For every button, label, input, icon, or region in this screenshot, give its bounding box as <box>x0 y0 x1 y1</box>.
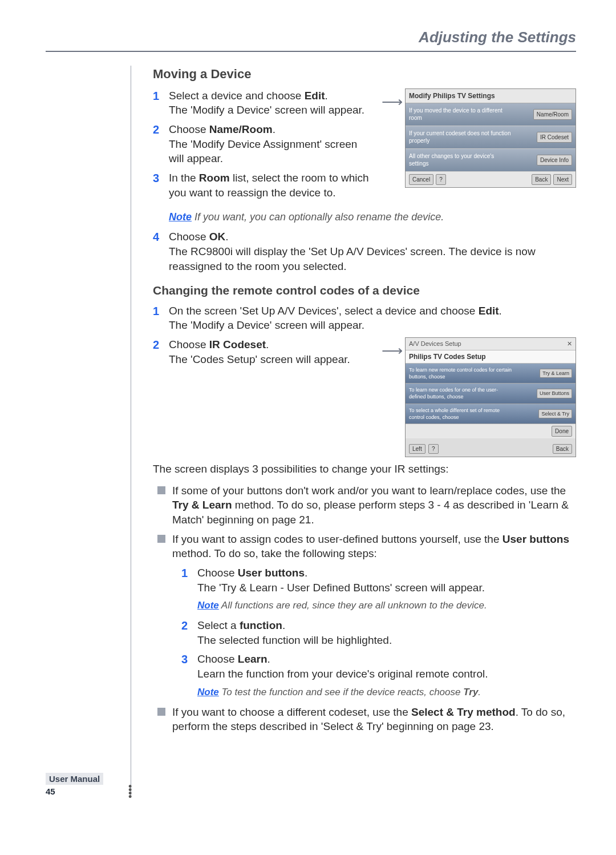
step-body: Choose Name/Room. The 'Modify Device Ass… <box>169 122 370 166</box>
back-button[interactable]: Back <box>532 174 551 185</box>
modify-settings-screenshot: Modify Philips TV Settings If you moved … <box>405 88 576 188</box>
step-body: In the Room list, select the room to whi… <box>169 171 370 200</box>
done-button[interactable]: Done <box>552 426 572 437</box>
ss2-header: A/V Devices Setup✕ <box>406 338 576 350</box>
step-body: On the screen 'Set Up A/V Devices', sele… <box>169 304 576 333</box>
user-buttons-button[interactable]: User Buttons <box>537 389 572 398</box>
step-body: Choose OK. The RC9800i will display the … <box>169 229 576 273</box>
bullet-item: If you want to choose a different codese… <box>157 705 576 734</box>
ss-row: If your current codeset does not functio… <box>406 126 576 149</box>
decorative-dots: •••• <box>128 785 131 798</box>
arrow-icon: ⟶ <box>382 92 403 112</box>
select-try-button[interactable]: Select & Try <box>538 409 572 418</box>
device-info-button[interactable]: Device Info <box>537 155 572 166</box>
step-number: 4 <box>153 229 169 273</box>
help-button[interactable]: ? <box>428 444 439 454</box>
intro-para: The screen displays 3 possibilities to c… <box>153 462 576 477</box>
step-number: 2 <box>153 337 169 366</box>
bullet-item: If you want to assign codes to user-defi… <box>157 532 576 561</box>
square-bullet-icon <box>157 708 165 716</box>
step-body: Select a device and choose Edit. The 'Mo… <box>169 88 370 118</box>
left-button[interactable]: Left <box>409 444 425 454</box>
step-body: Choose IR Codeset. The 'Codes Setup' scr… <box>169 337 370 366</box>
square-bullet-icon <box>157 486 165 494</box>
moving-device-title: Moving a Device <box>153 66 576 83</box>
square-bullet-icon <box>157 535 165 543</box>
back-button[interactable]: Back <box>553 444 572 454</box>
next-button[interactable]: Next <box>553 174 572 185</box>
codes-setup-screenshot: A/V Devices Setup✕ Philips TV Codes Setu… <box>405 337 576 457</box>
name-room-button[interactable]: Name/Room <box>533 109 572 120</box>
changing-codes-title: Changing the remote control codes of a d… <box>153 283 576 299</box>
step-number: 1 <box>153 88 169 118</box>
step-body: Select a function. The selected function… <box>197 618 576 647</box>
step-number: 3 <box>153 171 169 200</box>
step-number: 1 <box>153 304 169 333</box>
note-line: Note To test the function and see if the… <box>197 686 576 699</box>
ir-codeset-button[interactable]: IR Codeset <box>537 132 572 143</box>
ss-row: If you moved the device to a different r… <box>406 103 576 126</box>
step-number: 1 <box>181 566 197 595</box>
arrow-icon: ⟶ <box>382 341 403 361</box>
manual-label: User Manual <box>46 773 103 785</box>
help-button[interactable]: ? <box>436 174 446 185</box>
cancel-button[interactable]: Cancel <box>409 174 433 185</box>
bullet-item: If some of your buttons don't work and/o… <box>157 483 576 527</box>
page-header: Adjusting the Settings <box>46 29 576 52</box>
ss-title: Modify Philips TV Settings <box>406 89 576 103</box>
step-number: 2 <box>181 618 197 647</box>
step-number: 2 <box>153 122 169 166</box>
side-column: User Manual 45 •••• <box>46 66 131 796</box>
step-number: 3 <box>181 652 197 681</box>
ss-row: All other changes to your device's setti… <box>406 149 576 172</box>
note-line: Note All functions are red, since they a… <box>197 599 576 612</box>
ss2-subtitle: Philips TV Codes Setup <box>406 350 576 364</box>
step-body: Choose Learn. Learn the function from yo… <box>197 652 576 681</box>
page-number: 45 <box>46 787 55 796</box>
note-line: Note If you want, you can optionally als… <box>169 210 576 224</box>
step-body: Choose User buttons. The 'Try & Learn - … <box>197 566 576 595</box>
try-learn-button[interactable]: Try & Learn <box>540 369 572 378</box>
